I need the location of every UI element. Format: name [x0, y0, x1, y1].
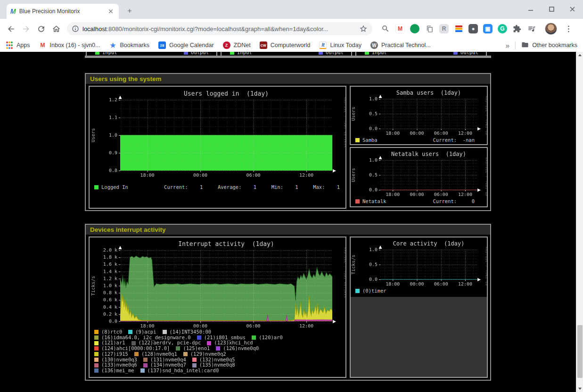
output-swatch: [184, 52, 188, 55]
playlist-icon[interactable]: [527, 24, 536, 33]
legend-item: (8)rtc0: [94, 329, 122, 335]
bookmarks-overflow-icon[interactable]: »: [506, 41, 509, 49]
output-label: Output: [326, 52, 344, 56]
chart-interrupt-activity[interactable]: [90, 237, 345, 332]
bookmark-zdnet-label: ZDNet: [234, 42, 251, 49]
legend-label: (128)nvme0q1: [141, 351, 177, 357]
legend-stats: Current: 1 Average: 1 Min: 1 Max: 1: [134, 185, 340, 190]
legend-item: (137)snd_hda_intel:card0: [140, 368, 219, 374]
legend-label: Netatalk: [362, 199, 386, 204]
legend-label: (14)INT3450:00: [170, 329, 212, 335]
legend-stats: Current: 0: [433, 199, 487, 204]
minimize-button[interactable]: [526, 5, 535, 13]
back-button[interactable]: [5, 23, 17, 35]
other-bookmarks[interactable]: Other bookmarks: [521, 41, 577, 50]
grammarly-icon[interactable]: G: [498, 24, 507, 33]
password-manager-icon[interactable]: ●: [468, 24, 478, 33]
bookmark-star-icon[interactable]: [359, 24, 368, 33]
section-border: [85, 56, 491, 58]
bookmark-computerworld-label: Computerworld: [271, 42, 311, 49]
scroll-up-arrow[interactable]: [576, 52, 583, 59]
zoom-camera-icon[interactable]: ▣: [483, 24, 493, 33]
legend-swatch: [94, 341, 99, 345]
voice-icon[interactable]: [410, 24, 419, 33]
gmail-icon[interactable]: M: [395, 24, 405, 33]
legend-item: Logged In: [94, 185, 128, 190]
legend-label: (9)acpi: [135, 329, 156, 335]
scrollbar-thumb[interactable]: [577, 325, 583, 378]
extensions-puzzle-icon[interactable]: [512, 24, 522, 33]
bookmark-computerworld[interactable]: CWComputerworld: [260, 41, 311, 49]
home-button[interactable]: [50, 23, 62, 35]
page-info-icon[interactable]: [72, 25, 79, 33]
chart-samba-users[interactable]: [351, 87, 487, 135]
legend-label: (127)i915: [101, 351, 128, 357]
input-swatch: [95, 52, 99, 55]
legend-label: (120)ar0: [259, 335, 283, 341]
search-icon[interactable]: [381, 24, 390, 33]
chart-netatalk-users[interactable]: [351, 148, 487, 196]
extension-icons: MR●▣G: [381, 24, 536, 33]
legend-core-activity: (0)timer: [355, 288, 487, 294]
legend-swatch: [183, 352, 188, 356]
tab-title: Blue Precision Monitorix: [19, 8, 103, 15]
page-scrollbar[interactable]: [576, 52, 583, 392]
section-interrupts-title: Devices interrupt activity: [86, 225, 490, 235]
legend-swatch: [134, 352, 139, 356]
cw-favicon: CW: [260, 41, 267, 49]
browser-tab[interactable]: M Blue Precision Monitorix: [7, 4, 119, 19]
folder-icon: [521, 41, 529, 50]
output-label: Output: [460, 52, 478, 56]
bookmark-google-calendar[interactable]: 28Google Calendar: [158, 41, 214, 49]
bookmark-inbox-label: Inbox (16) - sjvn0...: [50, 42, 100, 49]
close-button[interactable]: [568, 5, 576, 13]
gmail-favicon: M: [39, 41, 47, 49]
legend-swatch: [94, 346, 99, 351]
panel-samba-users: SambaCurrent: -nan: [350, 86, 488, 145]
forward-button[interactable]: [20, 23, 32, 35]
legend-stats: Current: -nan: [433, 138, 487, 143]
page-viewport: InputOutputInputOutputInputOutput Users …: [0, 52, 583, 392]
bookmark-linux-today[interactable]: ltLinux Today: [319, 41, 361, 49]
legend-item: (120)ar0: [252, 335, 283, 341]
section-users: Users using the system Logged In Current…: [85, 73, 491, 211]
bookmark-bookmarks[interactable]: ★Bookmarks: [109, 41, 150, 49]
panel-interrupt-activity: (8)rtc0(9)acpi(14)INT3450:00(16)idma64.0…: [89, 237, 346, 378]
tab-close-icon[interactable]: [107, 7, 115, 16]
legend-swatch: [94, 358, 99, 362]
bookmark-zdnet[interactable]: ZZDNet: [223, 41, 251, 49]
profile-avatar[interactable]: [545, 23, 557, 35]
other-bookmarks-label: Other bookmarks: [532, 42, 577, 49]
panel-users-logged-in: Logged In Current: 1 Average: 1 Min: 1 M…: [89, 86, 346, 209]
bookmark-practical-technology[interactable]: WPractical Technol...: [370, 41, 431, 49]
output-swatch: [453, 52, 458, 55]
books-icon[interactable]: [454, 24, 463, 33]
maximize-button[interactable]: [547, 5, 556, 13]
legend-item: (129)nvme0q2: [183, 351, 226, 357]
lt-favicon: lt: [319, 41, 327, 49]
legend-label: (129)nvme0q2: [190, 351, 226, 357]
r-icon[interactable]: R: [439, 24, 449, 33]
network-panel-1: InputOutput: [86, 52, 217, 56]
legend-item: (0)timer: [355, 288, 386, 294]
legend-item: Samba: [355, 138, 378, 143]
copy-pages-icon[interactable]: [425, 24, 434, 33]
legend-swatch: [355, 199, 360, 204]
new-tab-button[interactable]: [125, 7, 134, 15]
bookmark-apps[interactable]: Apps: [6, 41, 30, 49]
chart-core-activity[interactable]: [351, 237, 487, 286]
reload-button[interactable]: [35, 23, 47, 35]
legend-label: (126)nvme0q0: [223, 346, 259, 351]
bookmark-inbox[interactable]: MInbox (16) - sjvn0...: [39, 41, 100, 49]
legend-samba-users: SambaCurrent: -nan: [355, 138, 487, 143]
core-activity-image: (0)timer: [351, 237, 487, 297]
address-bar[interactable]: localhost:8080/monitorix-cgi/monitorix.c…: [67, 22, 372, 35]
scroll-down-arrow[interactable]: [576, 385, 583, 392]
url-text: localhost:8080/monitorix-cgi/monitorix.c…: [82, 25, 356, 33]
menu-kebab-icon[interactable]: [562, 23, 575, 35]
chart-users-logged-in[interactable]: [90, 87, 345, 181]
legend-swatch: [252, 335, 256, 340]
legend-swatch: [355, 289, 360, 293]
legend-swatch: [94, 335, 99, 340]
legend-swatch: [128, 330, 132, 334]
